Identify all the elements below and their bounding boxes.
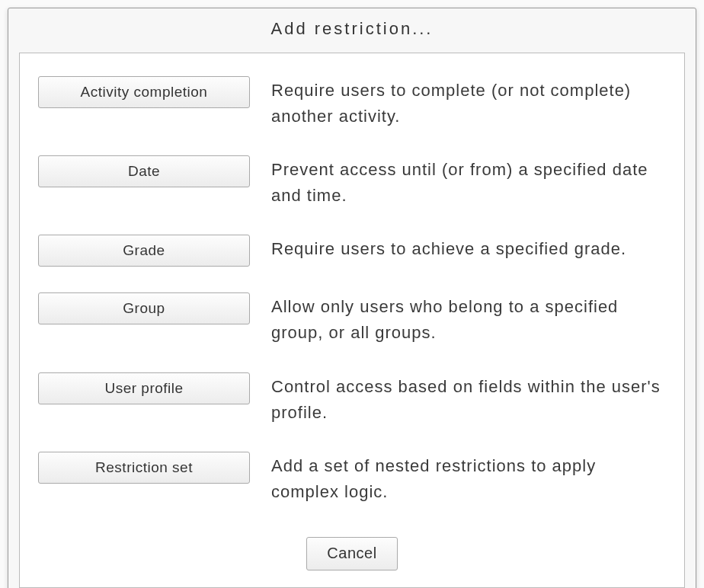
restriction-set-description: Add a set of nested restrictions to appl… bbox=[271, 452, 666, 505]
restriction-row: Activity completion Require users to com… bbox=[38, 76, 666, 129]
user-profile-button[interactable]: User profile bbox=[38, 372, 250, 404]
restriction-row: Grade Require users to achieve a specifi… bbox=[38, 235, 666, 267]
dialog-title: Add restriction... bbox=[8, 8, 696, 53]
restriction-set-button[interactable]: Restriction set bbox=[38, 452, 250, 484]
add-restriction-dialog: Add restriction... Activity completion R… bbox=[8, 8, 696, 588]
restriction-row: Group Allow only users who belong to a s… bbox=[38, 292, 666, 346]
user-profile-description: Control access based on fields within th… bbox=[271, 372, 666, 426]
grade-button[interactable]: Grade bbox=[38, 235, 250, 267]
date-button[interactable]: Date bbox=[38, 155, 250, 187]
activity-completion-button[interactable]: Activity completion bbox=[38, 76, 250, 108]
dialog-footer: Cancel bbox=[38, 531, 666, 570]
restriction-row: User profile Control access based on fie… bbox=[38, 372, 666, 426]
restriction-row: Date Prevent access until (or from) a sp… bbox=[38, 155, 666, 209]
restriction-row: Restriction set Add a set of nested rest… bbox=[38, 452, 666, 505]
activity-completion-description: Require users to complete (or not comple… bbox=[271, 76, 666, 129]
group-description: Allow only users who belong to a specifi… bbox=[271, 292, 666, 346]
dialog-content: Activity completion Require users to com… bbox=[19, 53, 685, 588]
group-button[interactable]: Group bbox=[38, 292, 250, 324]
cancel-button[interactable]: Cancel bbox=[306, 537, 398, 570]
grade-description: Require users to achieve a specified gra… bbox=[271, 235, 626, 262]
date-description: Prevent access until (or from) a specifi… bbox=[271, 155, 666, 209]
